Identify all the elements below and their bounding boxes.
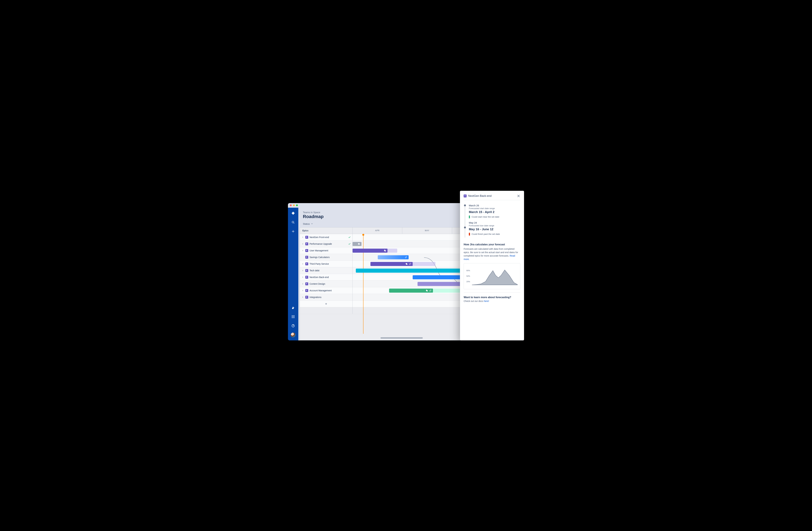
child-issues-icon [425,289,428,292]
ytick-80: 80% [466,269,470,271]
svg-rect-17 [385,250,386,252]
svg-rect-4 [292,315,292,316]
status-pill-green [469,215,470,218]
horizontal-scrollbar[interactable] [380,337,423,339]
svg-rect-5 [293,315,293,316]
epic-icon [305,262,308,266]
epic-icon [305,283,308,285]
svg-rect-11 [293,317,293,318]
epic-bar[interactable] [352,248,388,253]
expand-icon[interactable] [301,243,304,245]
user-avatar[interactable] [291,333,295,338]
timeline-dot-end [464,227,466,228]
epic-icon [305,289,308,292]
expand-icon[interactable] [301,269,304,272]
forecast-panel: NextGen Back-end March 26 Forecasted sta… [460,191,524,340]
epic-name: Tech debt [309,269,319,272]
notification-icon[interactable] [291,305,295,310]
epic-name: NextGen Back-end [309,276,329,278]
epic-bar[interactable] [389,289,433,293]
svg-point-14 [293,327,293,327]
epic-icon [305,296,308,299]
dependency-icon [429,289,432,292]
learn-more-section: Want to learn more about forecasting? Ch… [464,292,520,302]
done-badge-icon [358,243,360,245]
epic-icon [305,249,308,252]
due-sub: Forecasted due date range [469,225,520,227]
app-switcher-icon[interactable] [291,314,295,319]
chevron-down-icon [311,223,313,225]
done-check-icon [348,243,351,245]
help-icon[interactable] [291,324,295,328]
epic-name: Integrations [309,296,321,299]
due-status: Could finish past the set date [472,233,500,235]
start-sub: Forecasted start date range [469,207,520,210]
start-range: March 15 - April 2 [469,210,520,214]
svg-rect-10 [292,317,292,318]
panel-title: NextGen Back-end [468,194,515,198]
learn-more-link[interactable]: here! [484,300,489,302]
expand-icon[interactable] [301,249,304,252]
epic-name: Account Management [309,289,332,292]
epics-column-header: Epics [300,228,352,234]
dependency-icon [405,256,407,259]
expand-icon[interactable] [301,276,304,278]
child-issues-icon [405,262,408,265]
epic-name: User Management [309,249,328,252]
expand-icon[interactable] [301,289,304,292]
svg-line-1 [294,223,294,224]
forecast-chart: 80% 50% 20% [464,263,520,289]
start-status: Could start near the set date [472,216,499,218]
epic-icon [305,242,308,245]
epic-icon [305,256,308,259]
epic-icon [305,276,308,279]
ytick-20: 20% [466,281,470,283]
window-minimize-dot[interactable] [293,204,295,206]
search-icon[interactable] [291,220,295,225]
plus-icon [325,302,328,305]
dependency-icon [409,262,411,265]
close-icon[interactable] [517,194,520,198]
how-body: Forecasts are calculated with data from … [464,247,520,261]
epic-icon [305,236,308,239]
epic-name: Content Design [309,283,325,285]
epic-name: Third Party Service [309,262,329,265]
how-title: How Jira calculates your forecast [464,243,520,246]
window-close-dot[interactable] [290,204,292,206]
epic-bar[interactable] [378,255,409,259]
due-range: May 16 - June 12 [469,228,520,231]
expand-icon[interactable] [301,236,304,239]
start-date: March 26 [469,204,520,207]
forecast-timeline: March 26 Forecasted start date range Mar… [464,204,520,242]
svg-rect-8 [293,316,293,317]
due-date: May 24 [469,221,520,224]
month-apr: APR [352,228,402,234]
done-check-icon [348,236,351,239]
expand-icon[interactable] [301,283,304,285]
timeline-dot-start [464,204,466,206]
jira-logo-icon[interactable] [291,211,295,215]
svg-rect-12 [294,317,294,318]
global-nav [288,207,298,340]
svg-point-0 [292,221,294,223]
epic-icon [305,269,308,272]
learn-more-title: Want to learn more about forecasting? [464,296,520,299]
epic-name: Savings Calculators [309,256,330,259]
ytick-50: 50% [466,275,470,277]
expand-icon[interactable] [301,262,304,265]
expand-icon[interactable] [301,296,304,299]
window-zoom-dot[interactable] [296,204,298,206]
epic-bar[interactable] [352,242,362,246]
child-issues-icon [383,249,386,252]
svg-rect-6 [294,315,294,316]
epic-icon [464,195,467,198]
learn-more-lead: Check out our docs [464,300,484,302]
svg-rect-7 [292,316,292,317]
create-icon[interactable] [291,229,295,234]
epic-name: NextGen Front-end [309,236,329,239]
epic-bar[interactable] [371,262,413,266]
svg-rect-19 [406,263,407,265]
svg-point-15 [358,243,360,245]
status-filter[interactable]: Status [303,223,313,225]
status-filter-label: Status [303,223,310,225]
